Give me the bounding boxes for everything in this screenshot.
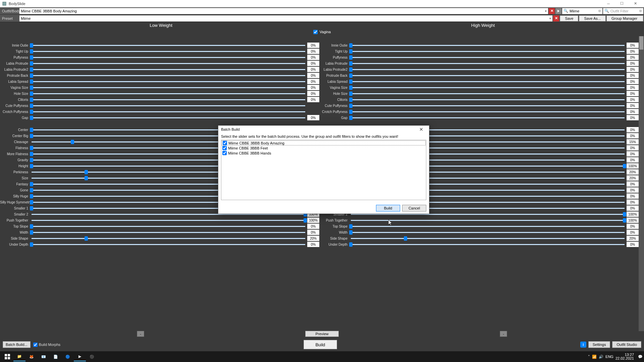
taskbar-bodyslide-icon[interactable]: ▶ <box>74 352 86 361</box>
slider-value-high[interactable]: 0% <box>627 67 639 72</box>
slider-thumb[interactable] <box>349 92 353 96</box>
slider-track[interactable] <box>351 111 625 112</box>
slider-value-high[interactable]: 0% <box>627 157 639 163</box>
slider-thumb[interactable] <box>30 92 33 96</box>
taskbar-mail-icon[interactable]: 📧 <box>38 352 50 361</box>
taskbar-app-icon[interactable]: 🔵 <box>62 352 74 361</box>
slider-track[interactable] <box>32 111 305 112</box>
slider-track[interactable] <box>351 45 625 46</box>
slider-track[interactable] <box>32 232 305 233</box>
slider-value-high[interactable]: 0% <box>627 85 639 90</box>
outfit-browse-button[interactable] <box>555 8 561 14</box>
slider-value-high[interactable]: 15% <box>627 139 639 144</box>
slider-track[interactable] <box>351 57 625 58</box>
slider-value-high[interactable]: 100% <box>627 212 639 217</box>
slider-value-low[interactable]: 0% <box>307 55 319 60</box>
start-button[interactable] <box>1 352 13 361</box>
slider-value-low[interactable]: 0% <box>307 230 319 235</box>
dialog-item-checkbox[interactable] <box>222 146 227 150</box>
slider-thumb[interactable] <box>71 140 74 144</box>
slider-thumb[interactable] <box>30 134 33 138</box>
close-button[interactable]: ✕ <box>629 0 642 7</box>
tray-notifications-icon[interactable]: 💬 <box>638 355 643 359</box>
minus-button-right[interactable]: - <box>500 331 507 337</box>
slider-thumb[interactable] <box>30 61 33 66</box>
slider-value-high[interactable]: 100% <box>627 218 639 223</box>
slider-value-high[interactable]: 0% <box>627 103 639 108</box>
slider-thumb[interactable] <box>30 146 33 150</box>
slider-thumb[interactable] <box>30 182 33 186</box>
dialog-cancel-button[interactable]: Cancel <box>402 205 426 212</box>
batch-build-button[interactable]: Batch Build... <box>3 341 31 348</box>
slider-thumb[interactable] <box>30 73 33 78</box>
slider-value-high[interactable]: 100% <box>627 163 639 169</box>
slider-track[interactable] <box>351 232 625 233</box>
slider-track[interactable] <box>351 105 625 106</box>
slider-thumb[interactable] <box>349 55 353 60</box>
slider-track[interactable] <box>351 87 625 88</box>
slider-value-high[interactable]: 20% <box>627 169 639 175</box>
slider-value-high[interactable]: 0% <box>627 181 639 187</box>
slider-thumb[interactable] <box>30 200 33 204</box>
slider-value-low[interactable]: 0% <box>307 49 319 54</box>
slider-track[interactable] <box>32 81 305 82</box>
slider-value-high[interactable]: 0% <box>627 133 639 138</box>
slider-value-high[interactable]: 0% <box>627 91 639 96</box>
slider-value-high[interactable]: 0% <box>627 97 639 102</box>
dialog-list-item[interactable]: Miime CBBE 3BBB Feet <box>222 145 426 150</box>
slider-thumb[interactable] <box>349 61 353 66</box>
slider-value-high[interactable]: 0% <box>627 55 639 60</box>
slider-value-high[interactable]: 0% <box>627 242 639 247</box>
slider-thumb[interactable] <box>30 98 33 102</box>
slider-thumb[interactable] <box>30 158 33 162</box>
build-button[interactable]: Build <box>304 340 337 349</box>
outfit-clear-button[interactable]: ✕ <box>549 8 555 14</box>
slider-track[interactable] <box>351 51 625 52</box>
system-tray[interactable]: ˄ 📶 🔊 ENG 13:27 22.02.2021 💬 <box>588 353 643 360</box>
slider-thumb[interactable] <box>30 55 33 60</box>
slider-value-high[interactable]: 0% <box>627 79 639 84</box>
slider-track[interactable] <box>32 93 305 94</box>
slider-value-high[interactable]: 0% <box>627 151 639 157</box>
slider-value-low[interactable]: 0% <box>307 91 319 96</box>
slider-thumb[interactable] <box>30 67 33 72</box>
tray-volume-icon[interactable]: 🔊 <box>599 355 603 359</box>
slider-thumb[interactable] <box>30 110 33 114</box>
slider-thumb[interactable] <box>349 230 353 235</box>
slider-thumb[interactable] <box>349 98 353 102</box>
slider-value-high[interactable]: 0% <box>627 230 639 235</box>
slider-value-low[interactable]: 0% <box>307 97 319 102</box>
slider-value-low[interactable]: 0% <box>307 224 319 229</box>
slider-thumb[interactable] <box>30 164 33 168</box>
slider-thumb[interactable] <box>30 85 33 90</box>
slider-value-high[interactable]: 0% <box>627 205 639 211</box>
slider-track[interactable] <box>32 99 305 100</box>
preset-clear-button[interactable]: ✕ <box>553 15 559 21</box>
slider-track[interactable] <box>32 238 305 239</box>
slider-thumb[interactable] <box>304 218 307 223</box>
slider-value-low[interactable]: 0% <box>307 61 319 66</box>
slider-thumb[interactable] <box>349 110 353 114</box>
slider-track[interactable] <box>351 117 625 118</box>
slider-track[interactable] <box>351 63 625 64</box>
slider-value-low[interactable]: 0% <box>307 115 319 120</box>
slider-thumb[interactable] <box>30 116 33 120</box>
slider-value-low[interactable]: 20% <box>307 236 319 241</box>
slider-thumb[interactable] <box>30 43 33 48</box>
info-icon[interactable]: i <box>580 342 586 348</box>
slider-track[interactable] <box>32 220 305 221</box>
slider-thumb[interactable] <box>623 218 626 223</box>
taskbar-firefox-icon[interactable]: 🦊 <box>25 352 38 361</box>
taskbar-notes-icon[interactable]: 📄 <box>50 352 62 361</box>
slider-thumb[interactable] <box>349 43 353 48</box>
dialog-list-item[interactable]: Miime CBBE 3BBB Hands <box>222 150 426 156</box>
slider-track[interactable] <box>32 75 305 76</box>
slider-value-high[interactable]: 0% <box>627 49 639 54</box>
group-manager-button[interactable]: Group Manager <box>606 15 643 21</box>
slider-thumb[interactable] <box>349 104 353 108</box>
slider-track[interactable] <box>32 57 305 58</box>
slider-value-high[interactable]: 0% <box>627 199 639 205</box>
slider-track[interactable] <box>351 69 625 70</box>
outfit-filter-input[interactable]: 🔍 Outfit Filter ⊗ <box>603 8 643 14</box>
dialog-item-checkbox[interactable] <box>223 141 227 145</box>
